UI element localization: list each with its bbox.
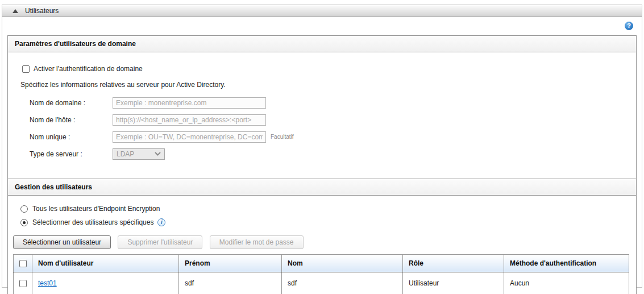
user-toolbar: Sélectionner un utilisateur Supprimer l'…: [13, 235, 629, 249]
role-cell: Utilisateur: [403, 272, 504, 294]
collapse-arrow-icon: [13, 9, 18, 13]
domain-name-input: [113, 97, 266, 109]
active-directory-instruction: Spécifiez les informations relatives au …: [20, 81, 629, 89]
distinguished-name-label: Nom unique :: [30, 133, 113, 141]
delete-user-button: Supprimer l'utilisateur: [118, 235, 202, 249]
domain-settings-groupbox: Paramètres d'utilisateurs de domaine Act…: [7, 35, 637, 179]
select-all-cell: [14, 255, 32, 272]
change-password-button: Modifier le mot de passe: [210, 235, 304, 249]
distinguished-name-row: Nom unique : Facultatif: [30, 131, 629, 143]
select-user-button[interactable]: Sélectionner un utilisateur: [13, 235, 111, 249]
user-management-title: Gestion des utilisateurs: [8, 179, 636, 196]
chevron-down-icon: [155, 152, 161, 156]
users-table-header-row: Nom d'utilisateur Prénom Nom Rôle Méthod…: [14, 255, 629, 272]
column-header-lastname: Nom: [282, 255, 403, 272]
utilisateurs-panel: Utilisateurs ? Paramètres d'utilisateurs…: [2, 5, 642, 288]
lastname-cell: sdf: [282, 272, 403, 294]
username-link[interactable]: test01: [38, 279, 57, 287]
enable-domain-auth-row: Activer l'authentification de domaine: [22, 65, 629, 73]
specific-users-radio-row: Sélectionner des utilisateurs spécifique…: [20, 218, 629, 226]
row-checkbox[interactable]: [19, 280, 27, 287]
username-cell: test01: [32, 272, 179, 294]
help-row: ?: [7, 22, 637, 35]
host-name-row: Nom de l'hôte :: [30, 114, 629, 126]
all-users-radio-label: Tous les utilisateurs d'Endpoint Encrypt…: [32, 205, 160, 213]
column-header-firstname: Prénom: [179, 255, 282, 272]
firstname-cell: sdf: [179, 272, 282, 294]
info-icon[interactable]: i: [157, 218, 165, 226]
host-name-input: [113, 114, 266, 126]
specific-users-radio-label: Sélectionner des utilisateurs spécifique…: [32, 218, 153, 226]
user-management-groupbox: Gestion des utilisateurs Tous les utilis…: [7, 179, 637, 294]
all-users-radio-row: Tous les utilisateurs d'Endpoint Encrypt…: [20, 205, 629, 213]
column-header-username: Nom d'utilisateur: [32, 255, 179, 272]
host-name-label: Nom de l'hôte :: [30, 116, 113, 124]
column-header-role: Rôle: [403, 255, 504, 272]
select-all-checkbox[interactable]: [19, 260, 27, 267]
domain-settings-title: Paramètres d'utilisateurs de domaine: [8, 36, 636, 52]
users-table: Nom d'utilisateur Prénom Nom Rôle Méthod…: [13, 254, 629, 294]
specific-users-radio[interactable]: [20, 219, 28, 226]
user-management-body: Tous les utilisateurs d'Endpoint Encrypt…: [8, 196, 636, 294]
domain-name-label: Nom de domaine :: [30, 99, 113, 107]
table-row: test01 sdf sdf Utilisateur Aucun: [14, 272, 629, 294]
utilisateurs-section-header[interactable]: Utilisateurs: [2, 5, 642, 17]
server-type-value: LDAP: [117, 150, 134, 158]
auth-method-cell: Aucun: [504, 272, 629, 294]
server-type-label: Type de serveur :: [30, 150, 113, 158]
column-header-auth-method: Méthode d'authentification: [504, 255, 629, 272]
section-content: ? Paramètres d'utilisateurs de domaine A…: [2, 17, 642, 294]
server-type-select: LDAP: [113, 148, 165, 160]
enable-domain-auth-label: Activer l'authentification de domaine: [34, 65, 143, 73]
help-icon[interactable]: ?: [625, 22, 633, 30]
domain-settings-body: Activer l'authentification de domaine Sp…: [8, 52, 636, 179]
distinguished-name-input: [113, 131, 266, 143]
all-users-radio[interactable]: [20, 205, 28, 213]
optional-note: Facultatif: [271, 134, 294, 140]
enable-domain-auth-checkbox[interactable]: [22, 65, 30, 73]
server-type-row: Type de serveur : LDAP: [30, 148, 629, 160]
domain-name-row: Nom de domaine :: [30, 97, 629, 109]
section-title: Utilisateurs: [25, 7, 59, 15]
row-checkbox-cell: [14, 272, 32, 294]
